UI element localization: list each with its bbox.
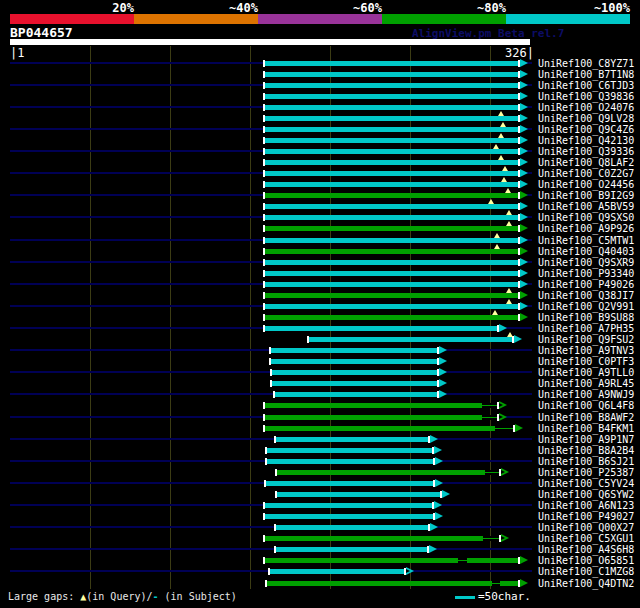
alignment-bar[interactable] [307,337,512,342]
row-label[interactable]: UniRef100_C5MTW1 [538,235,634,246]
row-label[interactable]: UniRef100_Q00X27 [538,522,634,533]
row-label[interactable]: UniRef100_P49026 [538,279,634,290]
alignment-bar[interactable] [275,492,440,497]
row-label[interactable]: UniRef100_Q9SXS0 [538,212,634,223]
alignment-bar[interactable] [269,359,437,364]
row-label[interactable]: UniRef100_Q8LAF2 [538,157,634,168]
alignment-bar[interactable] [263,171,518,176]
alignment-bar[interactable] [263,260,518,265]
row-label[interactable]: UniRef100_A5BV59 [538,201,634,212]
alignment-bar[interactable] [263,514,433,519]
row-label[interactable]: UniRef100_B6SJ21 [538,456,634,467]
row-label[interactable]: UniRef100_P49027 [538,511,634,522]
alignment-bar[interactable] [263,182,518,187]
alignment-bar[interactable] [263,204,518,209]
row-label[interactable]: UniRef100_Q42130 [538,135,634,146]
row-label[interactable]: UniRef100_Q6SYW2 [538,489,634,500]
row-label[interactable]: UniRef100_A9P1N7 [538,434,634,445]
row-label[interactable]: UniRef100_B9I2G9 [538,190,634,201]
alignment-bar[interactable] [263,127,518,132]
alignment-bar[interactable] [270,381,437,386]
alignment-bar[interactable] [263,160,518,165]
row-label[interactable]: UniRef100_A4S6H8 [538,544,634,555]
alignment-bar[interactable] [265,459,433,464]
alignment-bar[interactable] [263,403,497,408]
alignment-bar[interactable] [263,249,518,254]
row-label[interactable]: UniRef100_O65851 [538,555,634,566]
alignment-bar[interactable] [263,426,513,431]
alignment-bar[interactable] [263,193,518,198]
row-label[interactable]: UniRef100_C5YV24 [538,478,634,489]
row-label[interactable]: UniRef100_A9TLL0 [538,367,634,378]
alignment-bar[interactable] [263,304,518,309]
alignment-bar[interactable] [263,61,518,66]
row-label[interactable]: UniRef100_Q39336 [538,146,634,157]
alignment-bar[interactable] [263,558,518,563]
alignment-bar[interactable] [263,536,499,541]
row-label[interactable]: UniRef100_P93340 [538,268,634,279]
alignment-bar[interactable] [273,392,437,397]
row-label[interactable]: UniRef100_O24456 [538,179,634,190]
row-label[interactable]: UniRef100_C6TJD3 [538,80,634,91]
alignment-row: UniRef100_A9NWJ9 [0,389,640,400]
alignment-bar[interactable] [263,105,518,110]
row-label[interactable]: UniRef100_Q6L4F8 [538,400,634,411]
alignment-end-tick [269,358,271,365]
alignment-bar[interactable] [268,569,404,574]
alignment-bar[interactable] [263,238,518,243]
row-label[interactable]: UniRef100_B8AWF2 [538,412,634,423]
row-label[interactable]: UniRef100_A7PH35 [538,323,634,334]
alignment-bar[interactable] [274,437,428,442]
alignment-bar[interactable] [265,448,432,453]
row-label[interactable]: UniRef100_Q4DTN2 [538,578,634,589]
query-gap-triangle-icon [506,288,512,293]
row-label[interactable]: UniRef100_A9P926 [538,223,634,234]
row-label[interactable]: UniRef100_P25387 [538,467,634,478]
row-label[interactable]: UniRef100_Q9LV28 [538,113,634,124]
alignment-bar[interactable] [265,581,518,586]
row-label[interactable]: UniRef100_C0PTF3 [538,356,634,367]
row-label[interactable]: UniRef100_O24076 [538,102,634,113]
row-label[interactable]: UniRef100_A6N123 [538,500,634,511]
row-label[interactable]: UniRef100_B8A2B4 [538,445,634,456]
alignment-row: UniRef100_A4S6H8 [0,544,640,555]
alignment-bar[interactable] [263,72,518,77]
alignment-bar[interactable] [263,315,518,320]
row-label[interactable]: UniRef100_C8YZ71 [538,58,634,69]
alignment-bar[interactable] [275,470,499,475]
row-label[interactable]: UniRef100_B7T1N8 [538,69,634,80]
row-label[interactable]: UniRef100_C0Z2G7 [538,168,634,179]
alignment-bar[interactable] [263,215,518,220]
row-label[interactable]: UniRef100_A9TNV3 [538,345,634,356]
row-label[interactable]: UniRef100_Q40403 [538,246,634,257]
alignment-bar[interactable] [263,226,518,231]
row-label[interactable]: UniRef100_Q2V991 [538,301,634,312]
row-label[interactable]: UniRef100_Q38JI7 [538,290,634,301]
alignment-bar[interactable] [263,138,518,143]
row-label[interactable]: UniRef100_Q9C4Z6 [538,124,634,135]
alignment-bar[interactable] [263,116,518,121]
alignment-bar[interactable] [263,83,518,88]
row-label[interactable]: UniRef100_B9SU88 [538,312,634,323]
alignment-bar[interactable] [263,94,518,99]
alignment-bar[interactable] [263,271,518,276]
alignment-bar[interactable] [274,547,427,552]
row-label[interactable]: UniRef100_Q9SXR9 [538,257,634,268]
row-label[interactable]: UniRef100_A9NWJ9 [538,389,634,400]
alignment-bar[interactable] [274,525,428,530]
row-label[interactable]: UniRef100_C5XGU1 [538,533,634,544]
alignment-bar[interactable] [264,481,433,486]
alignment-bar[interactable] [263,293,518,298]
alignment-bar[interactable] [269,348,437,353]
row-label[interactable]: UniRef100_B4FKM1 [538,423,634,434]
alignment-bar[interactable] [263,503,432,508]
alignment-bar[interactable] [270,370,437,375]
row-label[interactable]: UniRef100_Q39836 [538,91,634,102]
row-label[interactable]: UniRef100_C1MZG8 [538,566,634,577]
alignment-bar[interactable] [263,149,518,154]
alignment-bar[interactable] [263,326,497,331]
alignment-bar[interactable] [263,415,497,420]
alignment-bar[interactable] [263,282,518,287]
row-label[interactable]: UniRef100_A9RL45 [538,378,634,389]
row-label[interactable]: UniRef100_Q9FSU2 [538,334,634,345]
